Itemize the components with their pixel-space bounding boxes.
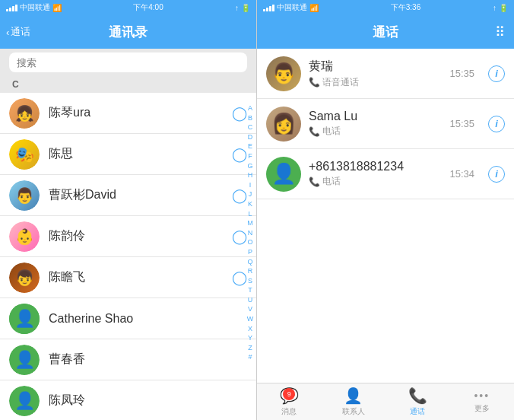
right-right-status: ↑ 🔋	[493, 4, 508, 12]
right-status-bar: 中国联通 📶 下午3:36 ↑ 🔋	[257, 0, 514, 15]
call-type-huang: 📞 语音通话	[309, 76, 442, 89]
avatar-chenqin: 👧	[9, 98, 40, 129]
contact-name-cao: 曹跃彬David	[49, 187, 232, 203]
wifi-icon: 📶	[52, 4, 62, 12]
call-list: 👨 黄瑞 📞 语音通话 15:35 i 👩 Sama Lu 📞 电话	[257, 49, 514, 383]
info-button-sama[interactable]: i	[488, 116, 505, 132]
contact-item-chens[interactable]: 🎭 陈思 ◯	[0, 134, 256, 175]
right-location-icon: ↑	[493, 4, 497, 12]
contact-item-chenqin[interactable]: 👧 陈琴ura ◯	[0, 93, 256, 134]
signal-dot-2	[9, 8, 11, 11]
left-right-status: ↑ 🔋	[235, 4, 250, 12]
signal-dots	[6, 5, 17, 11]
left-carrier-info: 中国联通 📶	[6, 2, 62, 13]
back-label: 通话	[11, 25, 30, 39]
alpha-index: A B C D E F G H I J K L M N O P Q R S T …	[244, 76, 256, 420]
contact-name-catherine: Catherine Shao	[49, 312, 247, 326]
call-info-phone: +8613818881234 📞 电话	[309, 160, 442, 188]
phone-icon-phone: 📞	[309, 177, 320, 187]
avatar-cao: 👨	[9, 180, 40, 211]
call-name-sama: Sama Lu	[309, 110, 442, 123]
carrier-name: 中国联通	[20, 2, 50, 13]
avatar-chenr: 👦	[9, 262, 40, 293]
right-carrier-name: 中国联通	[277, 2, 307, 13]
back-button[interactable]: ‹ 通话	[6, 25, 30, 39]
avatar-catherine: 👤	[9, 304, 40, 334]
phone-icon-huang: 📞	[309, 77, 320, 88]
search-input[interactable]	[9, 52, 247, 72]
contact-name-chenr: 陈瞻飞	[49, 269, 232, 285]
contact-name-caochun: 曹春香	[49, 352, 247, 368]
left-time: 下午4:00	[133, 2, 163, 13]
phone-icon-sama: 📞	[309, 126, 320, 137]
messages-badge: 9	[283, 388, 295, 400]
avatar-chens: 🎭	[9, 139, 40, 170]
right-time: 下午3:36	[391, 2, 420, 13]
call-time-huang: 15:35	[449, 68, 474, 79]
left-nav-title: 通讯录	[109, 24, 148, 41]
info-button-huang[interactable]: i	[488, 65, 505, 82]
contact-name-chenj: 陈韵伶	[49, 228, 232, 244]
contact-item-chenj[interactable]: 👶 陈韵伶 ◯	[0, 216, 256, 257]
call-type-phone: 📞 电话	[309, 175, 442, 188]
left-nav-bar: ‹ 通话 通讯录	[0, 15, 256, 49]
location-icon: ↑	[235, 4, 239, 12]
contact-item-chenr[interactable]: 👦 陈瞻飞 ◯	[0, 257, 256, 298]
search-bar	[0, 49, 256, 76]
calls-label: 通话	[410, 406, 425, 417]
right-panel: 中国联通 📶 下午3:36 ↑ 🔋 通话 ⠿ 👨 黄瑞 📞 语音通话	[257, 0, 514, 420]
calls-icon: 📞	[408, 387, 427, 405]
contacts-icon: 👤	[344, 387, 363, 405]
right-battery-icon: 🔋	[499, 4, 508, 12]
chevron-left-icon: ‹	[6, 27, 9, 38]
left-status-bar: 中国联通 📶 下午4:00 ↑ 🔋	[0, 0, 256, 15]
signal-dot-3	[12, 6, 14, 11]
signal-dot-1	[6, 9, 8, 11]
tab-more[interactable]: ••• 更多	[450, 390, 515, 414]
call-item-phone[interactable]: 👤 +8613818881234 📞 电话 15:34 i	[257, 149, 514, 199]
avatar-caochun: 👤	[9, 345, 40, 375]
call-info-sama: Sama Lu 📞 电话	[309, 110, 442, 138]
right-nav-title: 通话	[373, 24, 398, 41]
avatar-phone: 👤	[266, 157, 301, 192]
more-icon: •••	[474, 390, 490, 402]
right-nav-bar: 通话 ⠿	[257, 15, 514, 49]
contacts-list: C 👧 陈琴ura ◯ 🎭 陈思 ◯ 👨 曹跃彬David ◯	[0, 76, 256, 420]
contact-name-chenfeng: 陈凤玲	[49, 393, 247, 409]
call-time-sama: 15:35	[449, 118, 474, 129]
contact-item-caochun[interactable]: 👤 曹春香	[0, 339, 256, 380]
call-info-huang: 黄瑞 📞 语音通话	[309, 59, 442, 89]
contact-item-chenfeng[interactable]: 👤 陈凤玲	[0, 380, 256, 420]
messages-label: 消息	[281, 406, 297, 417]
right-wifi-icon: 📶	[309, 4, 319, 12]
battery-icon: 🔋	[241, 4, 250, 12]
signal-dot-4	[15, 5, 17, 11]
contacts-label: 联系人	[342, 406, 365, 417]
section-header-c: C	[0, 76, 256, 93]
contact-item-catherine[interactable]: 👤 Catherine Shao	[0, 298, 256, 339]
avatar-sama: 👩	[266, 107, 301, 142]
call-item-sama[interactable]: 👩 Sama Lu 📞 电话 15:35 i	[257, 99, 514, 149]
tab-calls[interactable]: 📞 通话	[386, 387, 450, 417]
call-type-sama: 📞 电话	[309, 125, 442, 138]
right-carrier-info: 中国联通 📶	[263, 2, 319, 13]
grid-button[interactable]: ⠿	[495, 24, 505, 40]
contact-name-chenqin: 陈琴ura	[49, 105, 232, 121]
avatar-chenfeng: 👤	[9, 386, 40, 416]
contact-name-chens: 陈思	[49, 146, 232, 162]
tab-bar: 9 💬 消息 👤 联系人 📞 通话 ••• 更多	[257, 383, 514, 420]
info-button-phone[interactable]: i	[488, 166, 505, 183]
avatar-chenj: 👶	[9, 221, 40, 252]
left-panel: 中国联通 📶 下午4:00 ↑ 🔋 ‹ 通话 通讯录 C 👧 陈琴ura ◯	[0, 0, 257, 420]
tab-contacts[interactable]: 👤 联系人	[322, 387, 386, 417]
right-signal-dots	[263, 5, 274, 11]
call-name-phone: +8613818881234	[309, 160, 442, 173]
call-name-huang: 黄瑞	[309, 59, 442, 75]
contact-item-cao[interactable]: 👨 曹跃彬David ◯	[0, 175, 256, 216]
more-label: 更多	[474, 403, 490, 414]
tab-messages[interactable]: 9 💬 消息	[257, 387, 322, 417]
call-time-phone: 15:34	[449, 168, 474, 180]
call-item-huang[interactable]: 👨 黄瑞 📞 语音通话 15:35 i	[257, 49, 514, 99]
avatar-huang: 👨	[266, 56, 301, 91]
